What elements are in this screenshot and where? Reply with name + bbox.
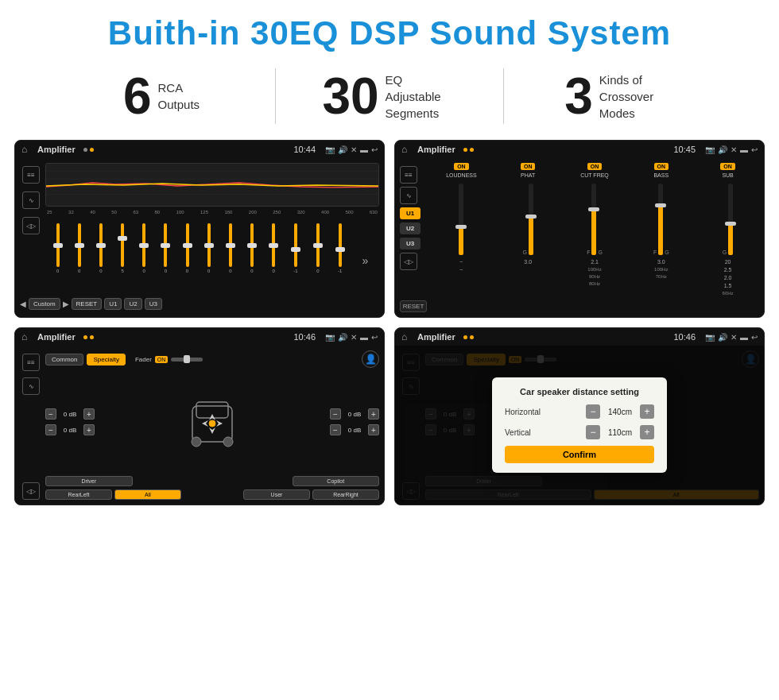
horizontal-label: Horizontal: [505, 408, 541, 416]
speaker-sidebar: ≡≡ ∿ ◁▷: [20, 350, 42, 500]
db-plus-fr[interactable]: +: [368, 408, 379, 420]
sp-copilot-btn[interactable]: Copilot: [293, 476, 380, 486]
db-plus-fl[interactable]: +: [83, 408, 95, 420]
eq-vol-icon[interactable]: ◁▷: [22, 217, 40, 234]
freq-200: 200: [249, 210, 257, 215]
loudness-slider-l[interactable]: [459, 184, 463, 255]
fader-on-badge[interactable]: ON: [155, 356, 169, 363]
u1-btn[interactable]: U1: [400, 207, 421, 219]
back-icon-3[interactable]: ↩: [371, 333, 378, 342]
back-icon-2[interactable]: ↩: [751, 145, 758, 154]
horizontal-plus-btn[interactable]: +: [640, 404, 654, 419]
db-minus-rr[interactable]: −: [330, 424, 341, 435]
db-val-fl: 0 dB: [59, 411, 81, 418]
distance-dialog: Car speaker distance setting Horizontal …: [492, 377, 667, 473]
right-db-controls: − 0 dB + − 0 dB +: [330, 408, 379, 435]
phat-slider[interactable]: [529, 184, 533, 255]
eq-slider-3[interactable]: 5: [121, 223, 124, 273]
eq-u1-btn[interactable]: U1: [104, 298, 122, 310]
crossover-vol-icon[interactable]: ◁▷: [400, 253, 417, 270]
camera-icon-3: 📷: [325, 333, 335, 342]
dialog-vertical-row: Vertical − 110cm +: [505, 425, 654, 439]
vertical-plus-btn[interactable]: +: [640, 425, 654, 439]
eq-slider-12[interactable]: 0: [316, 223, 320, 273]
eq-slider-9[interactable]: 0: [250, 223, 254, 273]
eq-tune-icon[interactable]: ≡≡: [22, 166, 40, 184]
fader-slider[interactable]: [171, 358, 203, 362]
vol-icon-1: 🔊: [338, 145, 347, 154]
sp-vol-icon[interactable]: ◁▷: [22, 482, 40, 500]
eq-slider-11[interactable]: -1: [293, 223, 297, 273]
battery-icon-3: ▬: [360, 333, 368, 342]
home-icon-2[interactable]: ⌂: [401, 144, 413, 155]
eq-slider-7[interactable]: 0: [207, 223, 211, 273]
confirm-button[interactable]: Confirm: [505, 446, 654, 463]
crossover-wave-icon[interactable]: ∿: [400, 187, 417, 204]
eq-wave-icon[interactable]: ∿: [22, 191, 40, 209]
freq-630: 630: [370, 210, 378, 215]
battery-icon-4: ▬: [740, 333, 748, 342]
status-bar-2: ⌂ Amplifier 10:45 📷 🔊 ✕ ▬ ↩: [395, 141, 764, 158]
sp-rearright-btn[interactable]: RearRight: [312, 489, 379, 500]
close-icon-3: ✕: [351, 333, 357, 342]
sp-user-btn[interactable]: User: [243, 489, 310, 500]
db-plus-rl[interactable]: +: [83, 424, 95, 435]
freq-50: 50: [111, 210, 117, 215]
db-ctrl-fl: − 0 dB +: [45, 408, 95, 420]
eq-slider-2[interactable]: 0: [99, 223, 103, 273]
horizontal-stepper: − 140cm +: [586, 404, 654, 419]
vertical-minus-btn[interactable]: −: [586, 425, 600, 439]
freq-40: 40: [90, 210, 95, 215]
battery-icon-2: ▬: [740, 145, 748, 154]
back-icon-4[interactable]: ↩: [751, 333, 758, 342]
ch-phat: ON PHAT G 3.0: [497, 163, 560, 312]
home-icon-3[interactable]: ⌂: [21, 331, 33, 342]
tab-specialty[interactable]: Specialty: [87, 354, 125, 365]
db-val-rr: 0 dB: [343, 427, 366, 434]
sp-driver-btn[interactable]: Driver: [45, 476, 133, 486]
eq-slider-5[interactable]: 0: [164, 223, 167, 273]
eq-u3-btn[interactable]: U3: [145, 298, 162, 310]
ch-bass: ON BASS F G 3.0 100Hz 70Hz: [630, 163, 692, 312]
svg-marker-11: [209, 427, 215, 434]
home-icon-4[interactable]: ⌂: [401, 331, 413, 342]
eq-slider-0[interactable]: 0: [56, 223, 60, 273]
sp-all-btn[interactable]: All: [114, 489, 181, 500]
eq-prev-btn[interactable]: ◀: [20, 300, 26, 308]
crossover-main: ON LOUDNESS ~ ~ ON: [430, 163, 759, 312]
u2-btn[interactable]: U2: [400, 222, 421, 234]
db-plus-rr[interactable]: +: [368, 424, 379, 435]
eq-slider-1[interactable]: 0: [78, 223, 81, 273]
eq-slider-8[interactable]: 0: [229, 223, 232, 273]
dot4b: [470, 335, 474, 339]
horizontal-minus-btn[interactable]: −: [586, 404, 600, 419]
crossover-tune-icon[interactable]: ≡≡: [400, 166, 417, 184]
bass-slider[interactable]: [658, 184, 663, 255]
u3-btn[interactable]: U3: [400, 238, 421, 249]
db-minus-rl[interactable]: −: [45, 424, 56, 435]
sub-slider[interactable]: [728, 184, 733, 255]
eq-reset-btn[interactable]: RESET: [72, 298, 103, 310]
back-icon-1[interactable]: ↩: [371, 145, 378, 154]
eq-next-btn[interactable]: ▶: [63, 300, 69, 308]
reset-btn-side[interactable]: RESET: [400, 300, 427, 312]
home-icon-1[interactable]: ⌂: [21, 144, 33, 155]
feature-crossover: 3 Kinds of Crossover Modes: [504, 71, 731, 122]
eq-graph: [45, 163, 379, 207]
tab-common[interactable]: Common: [45, 354, 83, 365]
eq-slider-4[interactable]: 0: [142, 223, 145, 273]
db-minus-fl[interactable]: −: [45, 408, 56, 420]
eq-expand-icon[interactable]: »: [362, 254, 368, 267]
sp-rearleft-btn[interactable]: RearLeft: [45, 489, 112, 500]
ch-loudness: ON LOUDNESS ~ ~: [430, 163, 493, 312]
db-minus-fr[interactable]: −: [330, 408, 341, 420]
eq-slider-6[interactable]: 0: [186, 223, 189, 273]
sp-tune-icon[interactable]: ≡≡: [22, 354, 40, 371]
eq-slider-13[interactable]: -1: [338, 223, 342, 273]
eq-u2-btn[interactable]: U2: [124, 298, 141, 310]
eq-slider-10[interactable]: 0: [272, 223, 275, 273]
status-icons-1: 📷 🔊 ✕ ▬ ↩: [325, 145, 378, 154]
sp-wave-icon[interactable]: ∿: [22, 377, 40, 395]
cutfreq-slider[interactable]: [591, 184, 596, 255]
eq-custom-btn[interactable]: Custom: [29, 298, 60, 310]
